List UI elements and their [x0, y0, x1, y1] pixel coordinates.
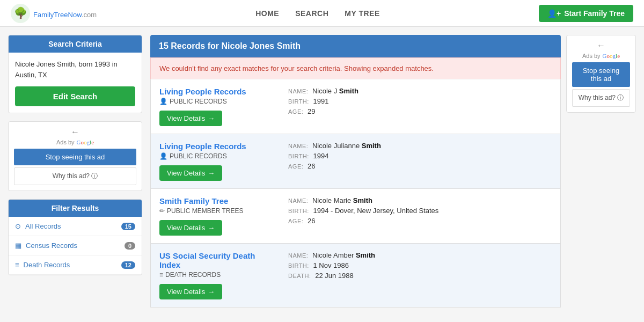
result-card-3: Smith Family Tree ✏ PUBLIC MEMBER TREES … — [150, 189, 561, 244]
results-header: 15 Records for Nicole Jones Smith — [150, 35, 561, 57]
left-ads-box: ← Ads by Google Stop seeing this ad Why … — [8, 121, 142, 191]
result-left-2: Living People Records 👤 PUBLIC RECORDS V… — [159, 142, 277, 181]
record-type-link-2[interactable]: Living People Records — [159, 142, 246, 151]
name-label-1: NAME: — [288, 88, 308, 94]
center-results: 15 Records for Nicole Jones Smith We cou… — [150, 35, 561, 308]
nav-search[interactable]: SEARCH — [295, 9, 328, 18]
birth-label-4: BIRTH: — [288, 262, 309, 269]
right-ads-back-arrow[interactable]: ← — [572, 41, 630, 50]
birth-label-1: BIRTH: — [288, 98, 309, 105]
left-sidebar: Search Criteria Nicole Jones Smith, born… — [8, 35, 142, 308]
filter-results-box: Filter Results ⊙ All Records 15 ▦ Census… — [8, 199, 142, 275]
record-sub-icon-3: ✏ — [159, 207, 165, 215]
right-why-ad-button[interactable]: Why this ad? ⓘ — [572, 89, 630, 107]
result-card-1: Living People Records 👤 PUBLIC RECORDS V… — [150, 79, 561, 134]
view-details-button-2[interactable]: View Details → — [159, 165, 222, 181]
main-layout: Search Criteria Nicole Jones Smith, born… — [0, 27, 644, 316]
criteria-text: Nicole Jones Smith, born 1993 in Austin,… — [15, 59, 135, 80]
death-records-label: Death Records — [24, 261, 70, 269]
birth-row-3: BIRTH: 1994 - Dover, New Jersey, United … — [288, 207, 552, 215]
census-records-label: Census Records — [26, 241, 77, 250]
logo-icon: 🌳 — [11, 4, 30, 23]
record-sub-label-1: PUBLIC RECORDS — [170, 98, 227, 105]
search-criteria-header: Search Criteria — [9, 35, 142, 53]
name-row-2: NAME: Nicole Julianne Smith — [288, 142, 552, 150]
main-nav: HOME SEARCH MY TREE — [255, 9, 380, 18]
result-card-2: Living People Records 👤 PUBLIC RECORDS V… — [150, 134, 561, 189]
right-ads-box: ← Ads by Google Stop seeing this ad Why … — [566, 35, 636, 113]
name-row-1: NAME: Nicole J Smith — [288, 87, 552, 95]
all-records-label: All Records — [25, 222, 61, 230]
record-sub-4: ≡ DEATH RECORDS — [159, 271, 277, 279]
nav-mytree[interactable]: MY TREE — [345, 9, 379, 18]
left-ads-label: Ads by Google — [14, 139, 136, 145]
result-card-4: US Social Security Death Index ≡ DEATH R… — [150, 244, 561, 308]
edit-search-button[interactable]: Edit Search — [15, 86, 135, 106]
record-sub-3: ✏ PUBLIC MEMBER TREES — [159, 207, 277, 215]
death-records-count: 12 — [121, 261, 135, 269]
death-records-icon: ≡ — [15, 261, 19, 269]
age-row-2: AGE: 26 — [288, 162, 552, 170]
record-sub-label-4: DEATH RECORDS — [165, 271, 221, 279]
arrow-icon-3: → — [208, 224, 215, 232]
result-left-4: US Social Security Death Index ≡ DEATH R… — [159, 251, 277, 299]
right-stop-ad-button[interactable]: Stop seeing this ad — [572, 62, 630, 87]
census-records-icon: ▦ — [15, 241, 21, 250]
logo-area: 🌳 FamilyTreeNow.com — [11, 4, 97, 23]
no-exact-match-notice: We couldn't find any exact matches for y… — [150, 57, 561, 79]
filter-results-header: Filter Results — [9, 200, 142, 217]
record-sub-2: 👤 PUBLIC RECORDS — [159, 152, 277, 160]
arrow-icon-4: → — [208, 288, 215, 296]
logo-text: FamilyTreeNow.com — [33, 6, 97, 20]
age-label-2: AGE: — [288, 163, 303, 170]
all-records-icon: ⊙ — [15, 222, 21, 230]
result-right-2: NAME: Nicole Julianne Smith BIRTH: 1994 … — [277, 142, 552, 181]
death-row-4: DEATH: 22 Jun 1988 — [288, 272, 552, 280]
record-type-link-4[interactable]: US Social Security Death Index — [159, 251, 255, 269]
start-family-tree-button[interactable]: 👤+ Start Family Tree — [539, 5, 633, 22]
name-label-4: NAME: — [288, 252, 308, 259]
result-right-1: NAME: Nicole J Smith BIRTH: 1991 AGE: 29 — [277, 87, 552, 126]
svg-text:🌳: 🌳 — [14, 6, 27, 19]
birth-label-3: BIRTH: — [288, 208, 309, 214]
filter-death-records[interactable]: ≡ Death Records 12 — [9, 255, 142, 275]
result-left-3: Smith Family Tree ✏ PUBLIC MEMBER TREES … — [159, 196, 277, 236]
name-row-4: NAME: Nicole Amber Smith — [288, 251, 552, 259]
right-ads-label: Ads by Google — [572, 53, 630, 59]
view-details-button-1[interactable]: View Details → — [159, 111, 222, 126]
search-criteria-box: Search Criteria Nicole Jones Smith, born… — [8, 35, 142, 113]
filter-all-records[interactable]: ⊙ All Records 15 — [9, 217, 142, 236]
record-type-link-3[interactable]: Smith Family Tree — [159, 196, 228, 206]
name-row-3: NAME: Nicole Marie Smith — [288, 196, 552, 204]
record-sub-icon-1: 👤 — [159, 98, 167, 105]
arrow-icon-1: → — [208, 114, 215, 122]
birth-row-2: BIRTH: 1994 — [288, 152, 552, 160]
left-why-ad-button[interactable]: Why this ad? ⓘ — [14, 167, 136, 185]
view-details-button-4[interactable]: View Details → — [159, 284, 222, 299]
left-stop-ad-button[interactable]: Stop seeing this ad — [14, 149, 136, 165]
filter-census-records[interactable]: ▦ Census Records 0 — [9, 236, 142, 255]
age-label-3: AGE: — [288, 218, 303, 224]
census-records-count: 0 — [125, 242, 135, 250]
view-details-button-3[interactable]: View Details → — [159, 220, 222, 236]
header: 🌳 FamilyTreeNow.com HOME SEARCH MY TREE … — [0, 0, 644, 27]
record-sub-icon-2: 👤 — [159, 152, 167, 160]
age-row-3: AGE: 26 — [288, 217, 552, 225]
all-records-count: 15 — [121, 223, 135, 230]
right-sidebar: ← Ads by Google Stop seeing this ad Why … — [566, 35, 636, 308]
birth-label-2: BIRTH: — [288, 153, 309, 159]
birth-row-4: BIRTH: 1 Nov 1986 — [288, 261, 552, 269]
search-criteria-content: Nicole Jones Smith, born 1993 in Austin,… — [9, 53, 142, 113]
left-ads-back-arrow[interactable]: ← — [14, 127, 136, 137]
record-sub-label-2: PUBLIC RECORDS — [170, 152, 227, 160]
nav-home[interactable]: HOME — [255, 9, 279, 18]
death-label-4: DEATH: — [288, 273, 311, 279]
age-row-1: AGE: 29 — [288, 107, 552, 115]
name-label-2: NAME: — [288, 143, 308, 149]
person-add-icon: 👤+ — [547, 9, 561, 18]
record-type-link-1[interactable]: Living People Records — [159, 87, 246, 96]
result-left-1: Living People Records 👤 PUBLIC RECORDS V… — [159, 87, 277, 126]
record-sub-icon-4: ≡ — [159, 271, 163, 279]
arrow-icon-2: → — [208, 169, 215, 177]
record-sub-1: 👤 PUBLIC RECORDS — [159, 98, 277, 105]
